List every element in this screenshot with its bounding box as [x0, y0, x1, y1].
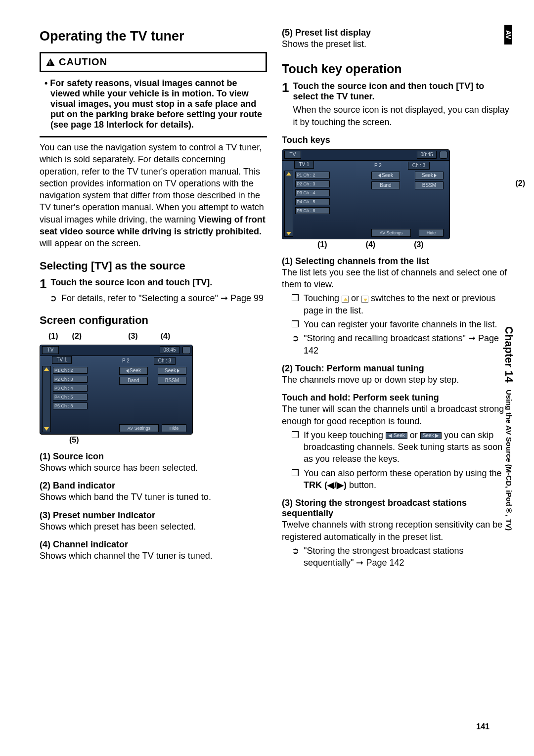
page-down-icon[interactable]: [44, 427, 49, 431]
tv-preset-list: P1 Ch : 2 P2 Ch : 3 P3 Ch : 4 P4 Ch : 5 …: [53, 367, 88, 411]
tv2-preset-indicator: P 2: [374, 163, 382, 168]
callout-top-row: (1) (2) (3) (4): [40, 332, 267, 341]
heading-operating: Operating the TV tuner: [40, 29, 267, 44]
tv-source-icon[interactable]: TV: [42, 346, 59, 354]
caution-text: • For safety reasons, visual images cann…: [40, 77, 267, 132]
preset-p5[interactable]: P5 Ch : 8: [53, 402, 88, 409]
seek-left-button[interactable]: Seek: [371, 172, 400, 179]
item-4-h: (4) Channel indicator: [40, 539, 267, 550]
sec-3-d: Twelve channels with strong reception se…: [282, 519, 509, 543]
preset-p2[interactable]: P2 Ch : 3: [295, 180, 330, 187]
tv-screenshot-2: TV 08:45 TV 1 P 2 Ch : 3 P1 Ch : 2 P2 Ch…: [282, 149, 509, 239]
page-up-icon[interactable]: [44, 367, 49, 371]
preset-p4[interactable]: P4 Ch : 5: [295, 198, 330, 205]
tv-screenshot-1: TV 08:45 TV 1 P 2 Ch : 3 P1 Ch : 2 P2 Ch…: [40, 345, 267, 435]
av-settings-button[interactable]: AV Settings: [371, 229, 411, 237]
tv-page-scroll[interactable]: [42, 366, 51, 432]
seek-left-button[interactable]: Seek: [119, 367, 148, 375]
item-4-d: Shows which channel the TV tuner is tune…: [40, 550, 267, 562]
divider: [40, 136, 267, 137]
seek-right-button[interactable]: Seek: [415, 172, 444, 179]
sec-3-h: (3) Storing the strongest broadcast stat…: [282, 498, 509, 519]
page-up-inline-icon: [342, 296, 349, 303]
touch-keys-heading: Touch keys: [282, 135, 509, 145]
tv-preset-indicator: P 2: [122, 358, 130, 363]
sec-2-bullet-1: ❐ If you keep touching ◀ Seek or Seek ▶ …: [291, 429, 509, 465]
item-3-h: (3) Preset number indicator: [40, 510, 267, 521]
preset-p3[interactable]: P3 Ch : 4: [295, 189, 330, 196]
seek-left-inline-icon: ◀ Seek: [386, 432, 407, 439]
sec-1-d: The list lets you see the list of channe…: [282, 267, 509, 291]
tv2-band-indicator: TV 1: [294, 161, 314, 169]
tv2-page-scroll[interactable]: [284, 171, 293, 237]
sec-3-ref: ➲ "Storing the strongest broadcast stati…: [291, 545, 509, 569]
hide-button[interactable]: Hide: [162, 424, 186, 432]
side-tab: AV: [504, 25, 519, 44]
item-3-d: Shows which preset has been selected.: [40, 521, 267, 533]
section-label: Using the AV Source (M-CD, iPod®, TV): [505, 390, 513, 531]
sec-1-ref: ➲ "Storing and recalling broadcast stati…: [291, 332, 509, 356]
sec-1-bullet-2: ❐ You can register your favorite channel…: [291, 318, 509, 330]
hide-button[interactable]: Hide: [419, 229, 444, 237]
sec-1-h: (1) Selecting channels from the list: [282, 256, 509, 267]
preset-p1[interactable]: P1 Ch : 2: [53, 367, 88, 374]
sec-2b-h: Touch and hold: Perform seek tuning: [282, 393, 509, 403]
sec-1-bullet-1: ❐ Touching or switches to the next or pr…: [291, 292, 509, 316]
tab-av: AV: [504, 25, 512, 44]
callout-bottom-row-2: (1) (4) (3): [282, 240, 509, 249]
item-5-h: (5) Preset list display: [282, 28, 509, 38]
warning-icon: [46, 58, 55, 66]
av-settings-button[interactable]: AV Settings: [119, 424, 159, 432]
sec-2-h: (2) Touch: Perform manual tuning: [282, 363, 509, 374]
callout-right-2: (2): [515, 179, 525, 188]
callout-bottom-5: (5): [40, 436, 267, 445]
sec-2-d: The channels move up or down step by ste…: [282, 374, 509, 386]
preset-p5[interactable]: P5 Ch : 8: [295, 207, 330, 214]
bssm-button[interactable]: BSSM: [158, 377, 186, 385]
caution-label: CAUTION: [59, 56, 107, 68]
chapter-label: Chapter 14: [503, 326, 515, 383]
side-label: Chapter 14 Using the AV Source (M-CD, iP…: [502, 326, 515, 531]
tv-band-indicator: TV 1: [52, 356, 72, 364]
seek-right-inline-icon: Seek ▶: [420, 432, 442, 439]
page-down-icon[interactable]: [286, 232, 291, 235]
item-2-h: (2) Band indicator: [40, 481, 267, 491]
step-r1: 1 Touch the source icon and then touch […: [282, 81, 509, 128]
tv2-home-icon[interactable]: [440, 151, 447, 159]
tv2-preset-list: P1 Ch : 2 P2 Ch : 3 P3 Ch : 4 P4 Ch : 5 …: [295, 172, 330, 216]
preset-p1[interactable]: P1 Ch : 2: [295, 172, 330, 178]
tv2-channel-indicator: Ch : 3: [408, 162, 430, 170]
page-up-icon[interactable]: [286, 172, 291, 176]
sec-2-bullet-2: ❐ You can also perform these operation b…: [291, 467, 509, 491]
tv-home-icon[interactable]: [182, 346, 190, 354]
preset-p3[interactable]: P3 Ch : 4: [53, 385, 88, 392]
item-5-d: Shows the preset list.: [282, 38, 509, 50]
tv-channel-indicator: Ch : 3: [154, 357, 176, 365]
heading-screen-config: Screen configuration: [40, 314, 267, 327]
caution-label-box: CAUTION: [40, 52, 267, 72]
heading-touch-key: Touch key operation: [282, 62, 509, 76]
item-1-d: Shows which source has been selected.: [40, 462, 267, 474]
band-button[interactable]: Band: [371, 181, 400, 189]
tv-time: 08:45: [160, 346, 179, 354]
sec-2b-d: The tuner will scan the channels until a…: [282, 403, 509, 427]
preset-p4[interactable]: P4 Ch : 5: [53, 394, 88, 400]
tv2-time: 08:45: [417, 151, 437, 159]
heading-selecting-tv: Selecting [TV] as the source: [40, 260, 267, 272]
bssm-button[interactable]: BSSM: [415, 181, 444, 189]
band-button[interactable]: Band: [119, 377, 148, 385]
item-2-d: Shows which band the TV tuner is tuned t…: [40, 491, 267, 503]
item-1-h: (1) Source icon: [40, 451, 267, 462]
step-1: 1 Touch the source icon and touch [TV].: [40, 277, 267, 290]
seek-right-button[interactable]: Seek: [158, 367, 186, 375]
page-down-inline-icon: [361, 296, 368, 303]
preset-p2[interactable]: P2 Ch : 3: [53, 376, 88, 383]
intro-text: You can use the navigation system to con…: [40, 141, 267, 250]
tv2-source-icon[interactable]: TV: [284, 151, 301, 159]
page-number: 141: [476, 722, 490, 731]
step-1-note: ➲ For details, refer to "Selecting a sou…: [48, 292, 267, 304]
